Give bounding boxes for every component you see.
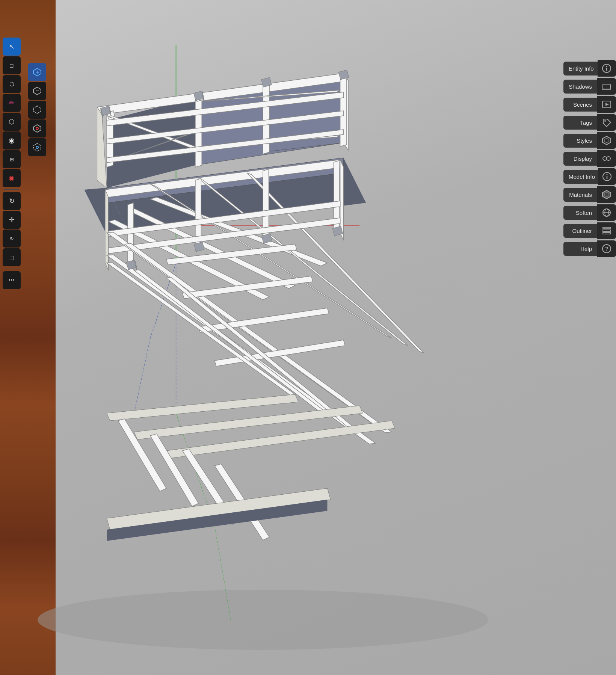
right-panel: Entity Info Shadows Scenes [563, 60, 616, 257]
styles-panel-item[interactable]: Styles [563, 132, 616, 149]
svg-marker-95 [602, 136, 611, 145]
svg-marker-12 [97, 107, 107, 188]
eraser-tool[interactable]: ◻ [3, 56, 21, 74]
scenes-icon [601, 99, 612, 110]
svg-marker-85 [33, 143, 41, 151]
entity-info-icon [601, 63, 612, 74]
styles-label[interactable]: Styles [563, 134, 597, 148]
svg-point-86 [36, 146, 38, 148]
help-panel-item[interactable]: Help ? [563, 240, 616, 257]
soften-btn[interactable] [597, 204, 616, 221]
svg-marker-32 [338, 70, 349, 80]
shadows-btn[interactable] [597, 78, 616, 95]
component-reload-btn[interactable] [28, 119, 46, 137]
component-remove-icon [33, 86, 42, 95]
svg-text:+: + [36, 108, 38, 112]
scenes-label[interactable]: Scenes [563, 98, 597, 112]
display-btn[interactable] [597, 150, 616, 167]
materials-icon [601, 189, 612, 200]
scene-icon: ⬚ [9, 255, 14, 260]
scenes-btn[interactable] [597, 96, 616, 113]
tags-btn[interactable] [597, 114, 616, 131]
viewport[interactable]: .beam { fill: #f5f5f5; stroke: #888; str… [0, 0, 616, 675]
push-pull-icon: ◉ [9, 136, 15, 145]
soften-label[interactable]: Soften [563, 206, 597, 220]
soften-panel-item[interactable]: Soften [563, 204, 616, 221]
help-label[interactable]: Help [563, 242, 597, 256]
select-tool[interactable]: ↖ [3, 38, 21, 56]
tags-panel-item[interactable]: Tags [563, 114, 616, 131]
model-info-icon [602, 171, 612, 182]
model-info-btn[interactable] [598, 168, 616, 185]
paint-tool[interactable]: ◉ [3, 169, 21, 187]
materials-btn[interactable] [597, 186, 616, 203]
shadows-panel-item[interactable]: Shadows [563, 78, 616, 95]
svg-marker-19 [340, 71, 347, 146]
model-info-label[interactable]: Model Info [563, 170, 598, 184]
component-toolbar: + [26, 63, 49, 156]
tags-icon [601, 117, 612, 128]
connect-tool[interactable]: ⊞ [3, 150, 21, 168]
outliner-panel-item[interactable]: Outliner [563, 222, 616, 239]
box-tool[interactable]: ⬡ [3, 75, 21, 93]
outliner-icon [601, 225, 612, 236]
shadows-label[interactable]: Shadows [563, 80, 597, 94]
shape-tool[interactable]: ⬡ [3, 113, 21, 131]
help-icon: ? [601, 243, 612, 254]
component-add-icon [33, 68, 42, 77]
scenes-panel-item[interactable]: Scenes [563, 96, 616, 113]
rotate-tool[interactable]: ↻ [3, 192, 21, 210]
more-tool[interactable]: ••• [3, 271, 21, 289]
svg-rect-90 [603, 84, 610, 89]
materials-label[interactable]: Materials [563, 188, 597, 202]
paint-icon: ◉ [9, 174, 15, 182]
svg-text:?: ? [605, 246, 608, 252]
scene-tool[interactable]: ⬚ [3, 248, 21, 266]
component-reload-icon [33, 124, 42, 133]
outliner-label[interactable]: Outliner [563, 224, 597, 238]
styles-btn[interactable] [597, 132, 616, 149]
component-add-btn[interactable] [28, 63, 46, 81]
svg-point-98 [607, 157, 610, 160]
display-icon [601, 153, 612, 164]
tags-label[interactable]: Tags [563, 116, 597, 130]
svg-point-97 [603, 157, 607, 160]
svg-marker-103 [604, 192, 609, 197]
display-panel-item[interactable]: Display [563, 150, 616, 167]
svg-rect-107 [603, 227, 610, 229]
svg-marker-71 [150, 434, 199, 506]
svg-marker-55 [166, 244, 297, 265]
svg-rect-109 [603, 233, 610, 234]
orbit-icon: ↻ [10, 236, 14, 242]
component-tag-icon [33, 143, 42, 152]
soften-icon [601, 207, 612, 218]
svg-point-89 [606, 66, 607, 67]
entity-info-label[interactable]: Entity Info [563, 62, 598, 76]
svg-point-0 [38, 590, 488, 650]
component-edit-btn[interactable]: + [28, 101, 46, 119]
entity-info-panel-item[interactable]: Entity Info [563, 60, 616, 77]
svg-rect-108 [603, 230, 610, 231]
box-icon: ⬡ [9, 81, 14, 88]
component-remove-btn[interactable] [28, 82, 46, 100]
display-label[interactable]: Display [563, 152, 597, 166]
help-btn[interactable]: ? [597, 240, 616, 257]
materials-panel-item[interactable]: Materials [563, 186, 616, 203]
move-icon: ✛ [9, 216, 15, 224]
svg-line-7 [134, 338, 150, 413]
outliner-btn[interactable] [597, 222, 616, 239]
shadows-icon [601, 81, 612, 92]
svg-point-84 [36, 127, 38, 130]
model-info-panel-item[interactable]: Model Info [563, 168, 616, 185]
move-tool[interactable]: ✛ [3, 211, 21, 229]
orbit-tool[interactable]: ↻ [3, 230, 21, 248]
styles-icon [601, 135, 612, 146]
svg-point-94 [604, 120, 606, 122]
pencil-tool[interactable]: ✏ [3, 94, 21, 112]
entity-info-btn[interactable] [598, 60, 616, 77]
svg-marker-93 [605, 103, 609, 106]
connect-icon: ⊞ [10, 157, 14, 162]
push-pull-tool[interactable]: ◉ [3, 131, 21, 149]
component-tag-btn[interactable] [28, 138, 46, 156]
toolbar-divider-2 [4, 269, 19, 269]
